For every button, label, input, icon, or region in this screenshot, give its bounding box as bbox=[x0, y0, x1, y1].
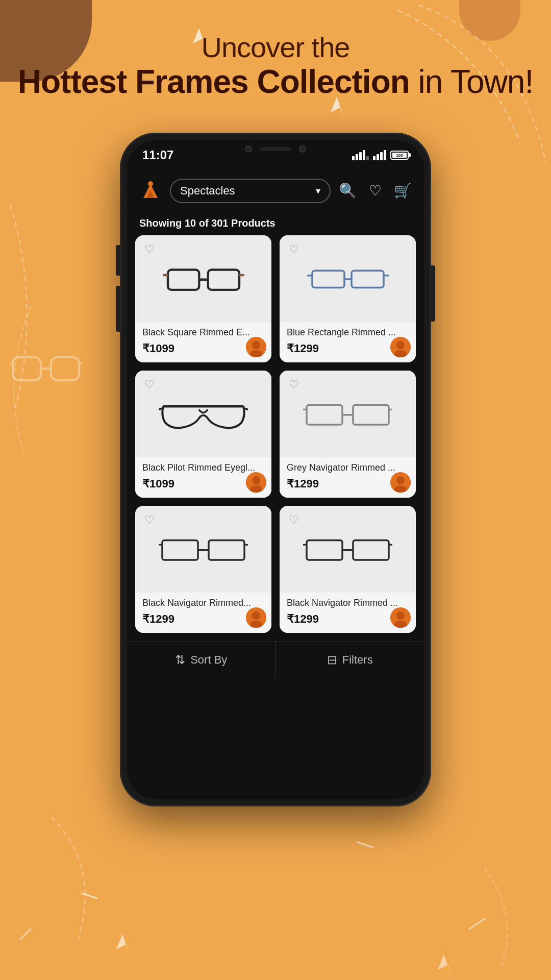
filter-icon: ⊟ bbox=[327, 653, 337, 667]
product-image-6: ♡ bbox=[280, 506, 416, 593]
product-price-5: ₹1299 bbox=[142, 612, 174, 625]
signal-bars-2 bbox=[373, 150, 386, 160]
phone-screen: 11:07 bbox=[127, 140, 424, 799]
hero-section: Uncover the Hottest Frames Collection in… bbox=[0, 31, 551, 100]
wishlist-btn-3[interactable]: ♡ bbox=[141, 377, 158, 393]
status-time: 11:07 bbox=[142, 148, 173, 162]
glasses-image-1 bbox=[163, 261, 244, 297]
svg-line-3 bbox=[469, 919, 485, 929]
product-name-3: Black Pilot Rimmed Eyegl... bbox=[142, 462, 264, 473]
product-avatar-1 bbox=[246, 337, 266, 357]
product-image-3: ♡ bbox=[135, 371, 271, 457]
product-avatar-3 bbox=[246, 472, 266, 493]
product-card-4[interactable]: ♡ Grey Navigator Rimmed ... ₹1299 bbox=[280, 371, 416, 498]
svg-rect-9 bbox=[51, 357, 79, 380]
glasses-image-3 bbox=[159, 394, 248, 434]
svg-point-24 bbox=[252, 341, 260, 349]
product-image-4: ♡ bbox=[280, 371, 416, 457]
product-avatar-4 bbox=[390, 472, 411, 493]
phone-mockup: 11:07 bbox=[120, 133, 431, 806]
notch-speaker bbox=[260, 147, 291, 151]
product-info-3: Black Pilot Rimmed Eyegl... ₹1099 bbox=[135, 457, 271, 498]
search-icon[interactable]: 🔍 bbox=[339, 182, 357, 199]
svg-point-15 bbox=[148, 181, 153, 186]
app-header: Spectacles ▾ 🔍 ♡ 🛒 bbox=[127, 170, 424, 211]
product-card-2[interactable]: ♡ Blue Rectangle Rimmed ... ₹1299 bbox=[280, 235, 416, 362]
svg-rect-57 bbox=[353, 541, 389, 560]
product-card-1[interactable]: ♡ Black Square Rimme bbox=[135, 235, 271, 362]
product-image-1: ♡ bbox=[135, 235, 271, 322]
svg-rect-8 bbox=[13, 357, 41, 380]
category-label: Spectacles bbox=[180, 184, 235, 198]
product-info-6: Black Navigator Rimmed ... ₹1299 bbox=[280, 593, 416, 633]
wishlist-icon[interactable]: ♡ bbox=[369, 182, 382, 199]
product-name-1: Black Square Rimmed E... bbox=[142, 327, 264, 338]
product-info-4: Grey Navigator Rimmed ... ₹1299 bbox=[280, 457, 416, 498]
svg-point-54 bbox=[252, 611, 260, 620]
product-info-1: Black Square Rimmed E... ₹1099 bbox=[135, 322, 271, 362]
filter-label: Filters bbox=[342, 653, 373, 667]
product-price-1: ₹1099 bbox=[142, 342, 174, 355]
product-info-5: Black Navigator Rimmed... ₹1299 bbox=[135, 593, 271, 633]
svg-marker-7 bbox=[438, 954, 452, 976]
svg-point-38 bbox=[252, 476, 260, 484]
notch-sensor bbox=[299, 145, 306, 153]
product-price-4: ₹1299 bbox=[287, 477, 319, 490]
products-count-text: Showing 10 of 301 Products bbox=[139, 217, 276, 229]
svg-marker-5 bbox=[331, 97, 344, 119]
battery-icon: 100 bbox=[390, 151, 409, 160]
products-count-bar: Showing 10 of 301 Products bbox=[127, 211, 424, 235]
signal-bars bbox=[352, 150, 369, 160]
svg-rect-17 bbox=[208, 270, 239, 290]
sort-icon: ⇅ bbox=[175, 653, 185, 667]
wishlist-btn-1[interactable]: ♡ bbox=[141, 241, 158, 258]
svg-line-1 bbox=[82, 893, 97, 898]
status-icons: 100 bbox=[352, 150, 409, 160]
product-avatar-2 bbox=[390, 337, 411, 357]
phone-volume-down bbox=[116, 286, 120, 332]
product-price-3: ₹1099 bbox=[142, 477, 174, 490]
wishlist-btn-5[interactable]: ♡ bbox=[141, 512, 158, 528]
product-name-4: Grey Navigator Rimmed ... bbox=[287, 462, 409, 473]
product-card-5[interactable]: ♡ Black Navigator Rimmed... ₹1299 bbox=[135, 506, 271, 633]
phone-power-btn bbox=[431, 265, 435, 322]
hero-line2: Hottest Frames Collection in Town! bbox=[0, 64, 551, 100]
battery-level: 100 bbox=[392, 153, 407, 158]
product-card-6[interactable]: ♡ Black Navigator Rimmed ... ₹1299 bbox=[280, 506, 416, 633]
svg-point-32 bbox=[396, 341, 405, 349]
product-price-2: ₹1299 bbox=[287, 342, 319, 355]
svg-rect-49 bbox=[209, 541, 244, 560]
hero-normal-text: in Town! bbox=[410, 63, 533, 100]
glasses-image-4 bbox=[303, 396, 392, 432]
glasses-image-5 bbox=[159, 531, 248, 567]
product-avatar-5 bbox=[246, 607, 266, 628]
sort-by-button[interactable]: ⇅ Sort By bbox=[127, 642, 276, 678]
svg-rect-26 bbox=[312, 271, 344, 287]
category-dropdown[interactable]: Spectacles ▾ bbox=[170, 179, 331, 203]
app-logo bbox=[139, 180, 162, 202]
svg-point-46 bbox=[396, 476, 405, 484]
product-name-6: Black Navigator Rimmed ... bbox=[287, 598, 409, 608]
svg-point-62 bbox=[396, 611, 405, 620]
hero-line1: Uncover the bbox=[0, 31, 551, 64]
wishlist-btn-4[interactable]: ♡ bbox=[286, 377, 302, 393]
wishlist-btn-6[interactable]: ♡ bbox=[286, 512, 302, 528]
sort-label: Sort By bbox=[190, 653, 227, 667]
chevron-down-icon: ▾ bbox=[316, 185, 320, 197]
svg-rect-48 bbox=[162, 541, 198, 560]
svg-line-2 bbox=[20, 929, 31, 939]
filters-button[interactable]: ⊟ Filters bbox=[276, 642, 424, 678]
status-bar: 11:07 bbox=[127, 140, 424, 170]
svg-rect-40 bbox=[307, 405, 342, 425]
deco-glasses-left bbox=[10, 347, 82, 393]
product-image-5: ♡ bbox=[135, 506, 271, 593]
product-name-2: Blue Rectangle Rimmed ... bbox=[287, 327, 409, 338]
svg-marker-6 bbox=[116, 934, 130, 956]
product-price-6: ₹1299 bbox=[287, 612, 319, 625]
product-card-3[interactable]: ♡ Bla bbox=[135, 371, 271, 498]
cart-icon[interactable]: 🛒 bbox=[394, 182, 412, 199]
svg-rect-27 bbox=[352, 271, 384, 287]
notch bbox=[235, 140, 316, 158]
wishlist-btn-2[interactable]: ♡ bbox=[286, 241, 302, 258]
svg-rect-16 bbox=[168, 270, 199, 290]
